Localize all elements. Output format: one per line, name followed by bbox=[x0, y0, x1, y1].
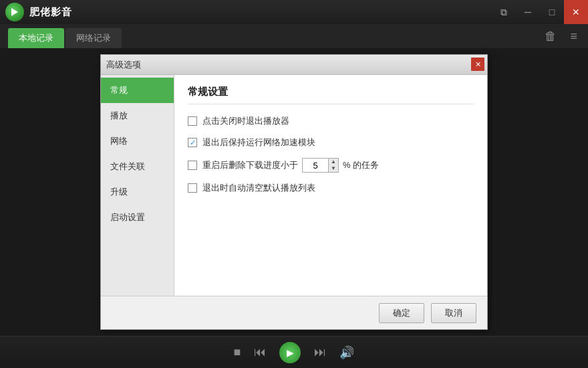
checkbox-progress-delete[interactable] bbox=[188, 161, 197, 170]
checkbox-clear-playlist[interactable] bbox=[188, 183, 197, 193]
dialog-footer: 确定 取消 bbox=[101, 296, 487, 329]
checkbox-close-exit[interactable] bbox=[188, 116, 197, 126]
prev-button[interactable]: ⏮ bbox=[254, 345, 266, 359]
play-icon: ▶ bbox=[287, 347, 294, 358]
main-area: 高级选项 ✕ 常规 播放 网络 文件关联 升级 启动设置 常规设置 bbox=[0, 48, 588, 336]
app-title: 肥佬影音 bbox=[29, 6, 72, 19]
label-close-exit: 点击关闭时退出播放器 bbox=[202, 115, 289, 127]
nav-item-network[interactable]: 网络 bbox=[101, 128, 174, 154]
dialog-nav: 常规 播放 网络 文件关联 升级 启动设置 bbox=[101, 75, 174, 296]
cancel-button[interactable]: 取消 bbox=[431, 303, 476, 323]
play-triangle-icon bbox=[11, 8, 19, 16]
label-keep-network: 退出后保持运行网络加速模块 bbox=[202, 136, 315, 149]
titlebar: 肥佬影音 ⧉ ─ □ ✕ bbox=[0, 0, 588, 24]
tab-local[interactable]: 本地记录 bbox=[8, 28, 64, 48]
label-progress-before: 重启后删除下载进度小于 bbox=[202, 159, 298, 171]
maximize-button[interactable]: □ bbox=[540, 0, 564, 24]
volume-button[interactable]: 🔊 bbox=[339, 345, 354, 360]
dialog-body: 常规 播放 网络 文件关联 升级 启动设置 常规设置 点击关闭时退出播放器 bbox=[101, 75, 487, 296]
confirm-button[interactable]: 确定 bbox=[379, 303, 424, 323]
spinner-buttons: ▲ ▼ bbox=[329, 158, 339, 173]
restore-button[interactable]: ⧉ bbox=[492, 0, 516, 24]
prev-icon: ⏮ bbox=[254, 345, 266, 359]
minimize-button[interactable]: ─ bbox=[516, 0, 540, 24]
nav-item-upgrade[interactable]: 升级 bbox=[101, 179, 174, 205]
nav-item-file-assoc[interactable]: 文件关联 bbox=[101, 154, 174, 179]
dialog-content: 常规设置 点击关闭时退出播放器 退出后保持运行网络加速模块 重启后删 bbox=[174, 75, 487, 296]
dialog-close-button[interactable]: ✕ bbox=[471, 58, 484, 71]
player-bar: ■ ⏮ ▶ ⏭ 🔊 bbox=[0, 336, 588, 368]
menu-icon[interactable]: ≡ bbox=[567, 27, 580, 46]
stop-icon: ■ bbox=[234, 345, 241, 359]
setting-clear-playlist: 退出时自动清空默认播放列表 bbox=[188, 182, 474, 194]
dialog-titlebar: 高级选项 ✕ bbox=[101, 55, 487, 75]
content-title: 常规设置 bbox=[188, 86, 474, 104]
tab-network[interactable]: 网络记录 bbox=[65, 28, 122, 48]
nav-item-general[interactable]: 常规 bbox=[101, 78, 174, 103]
progress-spinner: ▲ ▼ bbox=[302, 158, 339, 173]
advanced-options-dialog: 高级选项 ✕ 常规 播放 网络 文件关联 升级 启动设置 常规设置 bbox=[100, 54, 488, 330]
nav-item-startup[interactable]: 启动设置 bbox=[101, 205, 174, 230]
setting-keep-network: 退出后保持运行网络加速模块 bbox=[188, 136, 474, 149]
setting-progress-delete: 重启后删除下载进度小于 ▲ ▼ % 的任务 bbox=[188, 158, 474, 173]
spinner-up[interactable]: ▲ bbox=[329, 159, 338, 165]
play-button[interactable]: ▶ bbox=[279, 342, 301, 363]
setting-close-exit: 点击关闭时退出播放器 bbox=[188, 115, 474, 127]
next-button[interactable]: ⏭ bbox=[314, 345, 326, 359]
dialog-overlay: 高级选项 ✕ 常规 播放 网络 文件关联 升级 启动设置 常规设置 bbox=[0, 48, 588, 336]
next-icon: ⏭ bbox=[314, 345, 326, 359]
close-button[interactable]: ✕ bbox=[564, 0, 588, 24]
app-logo bbox=[5, 3, 24, 21]
checkbox-keep-network[interactable] bbox=[188, 138, 197, 147]
window-controls: ⧉ ─ □ ✕ bbox=[492, 0, 588, 24]
progress-input[interactable] bbox=[302, 158, 329, 173]
spinner-down[interactable]: ▼ bbox=[329, 165, 338, 172]
trash-icon[interactable]: 🗑 bbox=[542, 27, 559, 46]
nav-item-playback[interactable]: 播放 bbox=[101, 103, 174, 128]
volume-icon: 🔊 bbox=[339, 345, 354, 360]
dialog-title: 高级选项 bbox=[106, 59, 141, 71]
tabbar: 本地记录 网络记录 🗑 ≡ bbox=[0, 24, 588, 48]
label-clear-playlist: 退出时自动清空默认播放列表 bbox=[202, 182, 315, 194]
stop-button[interactable]: ■ bbox=[234, 345, 241, 359]
tab-actions: 🗑 ≡ bbox=[542, 27, 580, 46]
label-progress-after: % 的任务 bbox=[343, 159, 379, 171]
